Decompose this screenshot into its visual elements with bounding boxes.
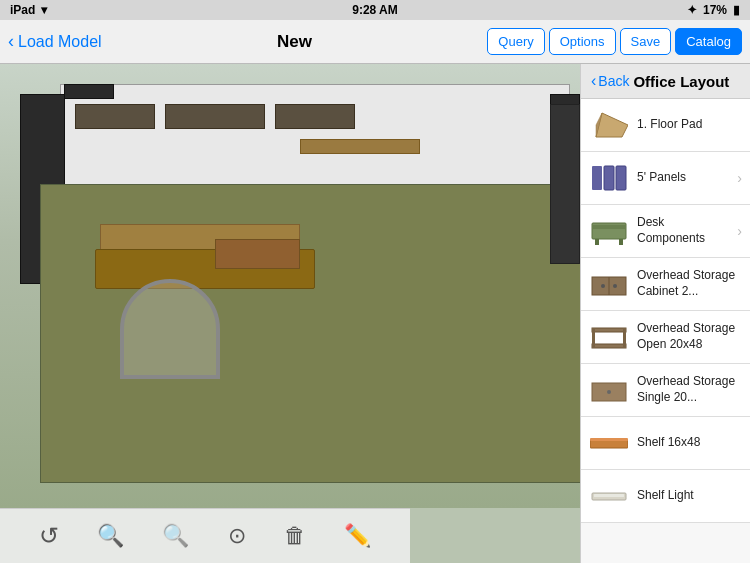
svg-rect-4 xyxy=(616,166,626,190)
scene-walls xyxy=(20,84,580,483)
floor-pad-icon xyxy=(589,105,629,145)
toolbar-actions: Query Options Save Catalog xyxy=(487,28,742,55)
svg-rect-13 xyxy=(592,328,626,332)
zoom-in-icon: 🔍 xyxy=(97,523,124,548)
bluetooth-icon: ✦ xyxy=(687,3,697,17)
svg-rect-19 xyxy=(590,440,628,448)
shelf-light-label: Shelf Light xyxy=(637,488,742,504)
carrier-label: iPad xyxy=(10,3,35,17)
list-item[interactable]: Shelf 16x48 xyxy=(581,417,750,470)
wifi-icon: ▾ xyxy=(41,3,47,17)
wall-shelf xyxy=(300,139,420,154)
shelf-icon xyxy=(589,423,629,463)
panel-title: Office Layout xyxy=(633,73,729,90)
overhead-single-label: Overhead Storage Single 20... xyxy=(637,374,742,405)
battery-percent: 17% xyxy=(703,3,727,17)
panel-back-label: Back xyxy=(598,73,629,89)
panel-back-button[interactable]: ‹ Back xyxy=(591,72,629,90)
overhead-storage-1 xyxy=(75,104,155,129)
scene-container xyxy=(0,64,580,563)
overhead-storage-3 xyxy=(275,104,355,129)
orbit-button[interactable]: ↺ xyxy=(39,522,59,550)
overhead-open-icon xyxy=(589,317,629,357)
chevron-right-icon: › xyxy=(737,170,742,186)
edit-icon: ✏️ xyxy=(344,523,371,548)
panels-label: 5' Panels xyxy=(637,170,729,186)
desk-components-label: Desk Components xyxy=(637,215,729,246)
svg-point-11 xyxy=(601,284,605,288)
chevron-left-icon: ‹ xyxy=(8,31,14,52)
time-label: 9:28 AM xyxy=(352,3,398,17)
overhead-cabinet-label: Overhead Storage Cabinet 2... xyxy=(637,268,742,299)
svg-rect-15 xyxy=(592,328,595,348)
list-item[interactable]: 5' Panels › xyxy=(581,152,750,205)
svg-rect-2 xyxy=(592,166,602,190)
catalog-button[interactable]: Catalog xyxy=(675,28,742,55)
delete-icon: 🗑 xyxy=(284,523,306,548)
right-panel: ‹ Back Office Layout 1. Floor Pad xyxy=(580,64,750,563)
svg-rect-7 xyxy=(595,239,599,245)
svg-rect-22 xyxy=(594,494,624,497)
pan-icon: ⊙ xyxy=(228,523,246,548)
panel-items-list: 1. Floor Pad 5' Panels › xyxy=(581,99,750,563)
edit-button[interactable]: ✏️ xyxy=(344,523,371,549)
curved-reception xyxy=(120,279,220,379)
svg-rect-16 xyxy=(623,328,626,348)
chevron-left-icon: ‹ xyxy=(591,72,596,90)
toolbar: ‹ Load Model New Query Options Save Cata… xyxy=(0,20,750,64)
panel-header: ‹ Back Office Layout xyxy=(581,64,750,99)
list-item[interactable]: 1. Floor Pad xyxy=(581,99,750,152)
list-item[interactable]: Shelf Light xyxy=(581,470,750,523)
panels-icon xyxy=(589,158,629,198)
overhead-storage-2 xyxy=(165,104,265,129)
query-button[interactable]: Query xyxy=(487,28,544,55)
svg-rect-8 xyxy=(619,239,623,245)
desk-vertical xyxy=(215,239,300,269)
zoom-out-button[interactable]: 🔍 xyxy=(162,523,189,549)
chevron-right-icon: › xyxy=(737,223,742,239)
3d-viewport[interactable]: ↺ 🔍 🔍 ⊙ 🗑 ✏️ xyxy=(0,64,580,563)
svg-rect-20 xyxy=(590,438,628,441)
zoom-out-icon: 🔍 xyxy=(162,523,189,548)
options-button[interactable]: Options xyxy=(549,28,616,55)
zoom-in-button[interactable]: 🔍 xyxy=(97,523,124,549)
wall-panel-top-left xyxy=(64,84,114,99)
bottom-toolbar: ↺ 🔍 🔍 ⊙ 🗑 ✏️ xyxy=(0,508,410,563)
status-bar: iPad ▾ 9:28 AM ✦ 17% ▮ xyxy=(0,0,750,20)
list-item[interactable]: Overhead Storage Cabinet 2... xyxy=(581,258,750,311)
load-model-button[interactable]: ‹ Load Model xyxy=(8,31,102,52)
svg-point-18 xyxy=(607,390,611,394)
delete-button[interactable]: 🗑 xyxy=(284,523,306,549)
shelf-label: Shelf 16x48 xyxy=(637,435,742,451)
desk-components-icon xyxy=(589,211,629,251)
svg-point-12 xyxy=(613,284,617,288)
overhead-cabinet-icon xyxy=(589,264,629,304)
overhead-single-icon xyxy=(589,370,629,410)
load-model-label: Load Model xyxy=(18,33,102,51)
svg-rect-14 xyxy=(592,344,626,348)
orbit-icon: ↺ xyxy=(39,522,59,549)
overhead-open-label: Overhead Storage Open 20x48 xyxy=(637,321,742,352)
main-area: ↺ 🔍 🔍 ⊙ 🗑 ✏️ ‹ Back xyxy=(0,64,750,563)
svg-rect-3 xyxy=(604,166,614,190)
svg-rect-6 xyxy=(592,225,626,229)
pan-button[interactable]: ⊙ xyxy=(228,523,246,549)
document-title: New xyxy=(110,32,480,52)
floor-pad-label: 1. Floor Pad xyxy=(637,117,742,133)
shelf-light-icon xyxy=(589,476,629,516)
list-item[interactable]: Desk Components › xyxy=(581,205,750,258)
battery-icon: ▮ xyxy=(733,3,740,17)
list-item[interactable]: Overhead Storage Single 20... xyxy=(581,364,750,417)
list-item[interactable]: Overhead Storage Open 20x48 xyxy=(581,311,750,364)
right-storage-wall xyxy=(550,104,580,264)
save-button[interactable]: Save xyxy=(620,28,672,55)
